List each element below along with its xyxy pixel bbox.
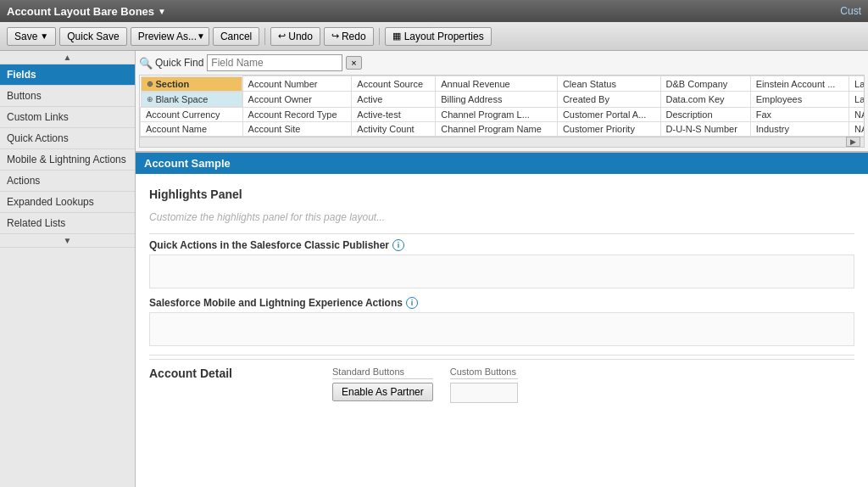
table-cell: D&B Company	[660, 76, 750, 92]
table-cell: Annual Revenue	[436, 76, 558, 92]
standard-buttons-label: Standard Buttons	[332, 367, 433, 379]
table-row[interactable]: Account Currency Account Record Type Act…	[141, 107, 865, 121]
table-row[interactable]: ⊕ Blank Space Account Owner Active Billi…	[141, 92, 865, 108]
scroll-down-arrow[interactable]: ▼	[0, 234, 135, 248]
fields-area: 🔍 Quick Find × ⊕ Section	[136, 51, 868, 153]
table-cell: Channel Program L...	[436, 107, 558, 121]
preview-as-button[interactable]: Preview As... ▼	[131, 27, 209, 46]
sidebar-item-related-lists[interactable]: Related Lists	[0, 213, 135, 234]
clear-search-button[interactable]: ×	[346, 56, 361, 70]
account-detail-title: Account Detail	[149, 367, 319, 380]
highlights-placeholder: Customize the highlights panel for this …	[149, 204, 854, 230]
enable-as-partner-button[interactable]: Enable As Partner	[332, 383, 433, 401]
divider-1	[149, 233, 854, 234]
table-cell: Account Owner	[242, 92, 352, 108]
table-cell: Account Number	[242, 76, 352, 92]
layout-properties-button[interactable]: ▦ Layout Properties	[385, 27, 492, 46]
custom-buttons-area[interactable]	[450, 383, 518, 403]
table-cell: NAICS I	[849, 121, 865, 136]
sidebar-item-expanded-lookups[interactable]: Expanded Lookups	[0, 192, 135, 213]
redo-button[interactable]: ↪ Redo	[324, 27, 374, 46]
scroll-right-indicator[interactable]: ▶	[846, 137, 860, 147]
table-cell: D-U-N-S Number	[660, 121, 750, 136]
table-cell: Customer Portal A...	[557, 107, 660, 121]
sidebar-item-fields[interactable]: Fields	[0, 64, 135, 86]
sidebar-item-quick-actions[interactable]: Quick Actions	[0, 128, 135, 149]
table-cell: Data.com Key	[660, 92, 750, 108]
left-panel: ▲ Fields Buttons Custom Links Quick Acti…	[0, 51, 136, 487]
field-name-input[interactable]	[207, 54, 342, 71]
main-layout: ▲ Fields Buttons Custom Links Quick Acti…	[0, 51, 868, 487]
redo-icon: ↪	[331, 31, 339, 42]
table-cell: Active	[352, 92, 436, 108]
sidebar-item-actions[interactable]: Actions	[0, 171, 135, 192]
table-cell: Channel Program Name	[436, 121, 558, 136]
toolbar: Save ▼ Quick Save Preview As... ▼ Cancel…	[0, 22, 868, 51]
undo-icon: ↩	[278, 31, 286, 42]
blank-space-cell: ⊕ Blank Space	[141, 92, 242, 107]
mobile-actions-title: Salesforce Mobile and Lightning Experien…	[149, 297, 854, 309]
save-button[interactable]: Save ▼	[7, 27, 56, 46]
table-cell: Account Site	[242, 121, 352, 136]
table-cell: Fax	[750, 107, 849, 121]
toolbar-separator-2	[379, 28, 380, 45]
cancel-button[interactable]: Cancel	[213, 27, 259, 46]
table-cell: Activity Count	[352, 121, 436, 136]
table-cell: Billing Address	[436, 92, 558, 108]
undo-button[interactable]: ↩ Undo	[270, 27, 320, 46]
account-detail-row: Account Detail Standard Buttons Enable A…	[149, 359, 854, 403]
quick-find-bar: 🔍 Quick Find ×	[139, 54, 865, 71]
sample-area: Account Sample Highlights Panel Customiz…	[136, 153, 868, 488]
title-bar-left: Account Layout Bare Bones ▼	[7, 5, 166, 18]
divider-2	[149, 355, 854, 355]
search-icon: 🔍	[139, 57, 153, 70]
toolbar-separator-1	[264, 28, 265, 45]
sidebar-item-buttons[interactable]: Buttons	[0, 86, 135, 107]
table-cell: Description	[660, 107, 750, 121]
table-cell: Industry	[750, 121, 849, 136]
right-content: 🔍 Quick Find × ⊕ Section	[136, 51, 868, 487]
table-row[interactable]: ⊕ Section Account Number Account Source …	[141, 76, 865, 92]
save-dropdown-icon[interactable]: ▼	[40, 31, 48, 41]
fields-table: ⊕ Section Account Number Account Source …	[140, 76, 865, 137]
layout-props-icon: ▦	[392, 31, 401, 42]
quick-actions-area[interactable]	[149, 255, 854, 288]
section-row-icon: ⊕	[147, 80, 153, 88]
up-arrow-icon: ▲	[64, 53, 72, 62]
table-cell: Last Co	[849, 76, 865, 92]
table-cell: Account Name	[141, 121, 243, 136]
scroll-up-arrow[interactable]: ▲	[0, 51, 135, 64]
highlights-panel-title: Highlights Panel	[149, 188, 854, 201]
standard-buttons-group: Standard Buttons Enable As Partner	[332, 367, 433, 401]
table-cell: Created By	[557, 92, 660, 108]
table-cell: Customer Priority	[557, 121, 660, 136]
sample-header: Account Sample	[136, 153, 868, 174]
title-dropdown-arrow[interactable]: ▼	[158, 7, 166, 16]
table-cell: Account Record Type	[242, 107, 352, 121]
quick-actions-info-icon[interactable]: i	[392, 239, 404, 251]
table-cell: Account Source	[352, 76, 436, 92]
sidebar-item-mobile-lightning[interactable]: Mobile & Lightning Actions	[0, 149, 135, 171]
section-cell: ⊕ Section	[141, 76, 242, 92]
mobile-actions-info-icon[interactable]: i	[406, 297, 418, 309]
cust-link[interactable]: Cust	[840, 5, 861, 17]
blank-row-icon: ⊕	[147, 95, 153, 104]
quick-save-button[interactable]: Quick Save	[59, 27, 126, 46]
preview-dropdown-icon: ▼	[197, 31, 205, 41]
table-cell: Einstein Account ...	[750, 76, 849, 92]
sample-content: Highlights Panel Customize the highlight…	[136, 174, 868, 410]
quick-actions-title: Quick Actions in the Salesforce Classic …	[149, 239, 854, 251]
table-row[interactable]: Account Name Account Site Activity Count…	[141, 121, 865, 136]
custom-buttons-label: Custom Buttons	[450, 367, 518, 379]
title-bar: Account Layout Bare Bones ▼ Cust	[0, 0, 868, 22]
table-cell: NAICS C	[849, 107, 865, 121]
custom-buttons-group: Custom Buttons	[450, 367, 518, 403]
mobile-actions-area[interactable]	[149, 312, 854, 346]
fields-table-wrapper[interactable]: ⊕ Section Account Number Account Source …	[139, 75, 865, 148]
sidebar-item-custom-links[interactable]: Custom Links	[0, 107, 135, 128]
quick-find-label: 🔍 Quick Find	[139, 57, 203, 70]
table-cell: Active-test	[352, 107, 436, 121]
table-cell: Last Mo	[849, 92, 865, 108]
down-arrow-icon: ▼	[64, 236, 72, 245]
table-cell: Account Currency	[141, 107, 243, 121]
